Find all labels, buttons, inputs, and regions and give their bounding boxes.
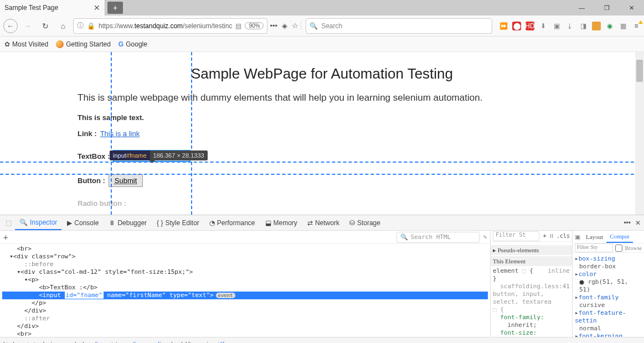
tab-style-editor[interactable]: { }Style Editor: [152, 216, 204, 230]
devtools: ⬚ 🔍Inspector ▶Console ⏸Debugger { }Style…: [0, 215, 644, 343]
this-element-section: This Element: [491, 256, 572, 266]
new-tab-button[interactable]: +: [107, 2, 123, 14]
tab-network[interactable]: ⇄Network: [303, 216, 344, 230]
tab-console[interactable]: ▶Console: [63, 216, 103, 230]
sample-link[interactable]: This is a link: [100, 129, 140, 138]
page-viewport: Sample WebPage for Automation Testing Th…: [0, 52, 644, 215]
bookmark-most-visited[interactable]: ✿Most Visited: [4, 40, 48, 48]
search-icon: 🔍: [310, 22, 318, 30]
google-icon: G: [119, 40, 123, 48]
page-heading: Sample WebPage for Automation Testing: [78, 65, 566, 82]
ext-icon-hd[interactable]: HD: [525, 22, 534, 30]
guide-line: [111, 52, 112, 215]
meatball-icon[interactable]: •••: [624, 219, 631, 227]
tab-debugger[interactable]: ⏸Debugger: [104, 216, 151, 230]
tab-title: Sample Test Page: [4, 4, 58, 12]
add-rule-button[interactable]: +: [543, 232, 547, 240]
cls-button[interactable]: .cls: [557, 233, 570, 239]
guide-line: [0, 174, 634, 175]
search-bar[interactable]: 🔍 Search: [306, 18, 492, 34]
page-content: Sample WebPage for Automation Testing Th…: [0, 65, 644, 207]
page-subtitle: This is sample webpage with dummy elemen…: [78, 92, 566, 103]
selected-node[interactable]: <input id="fname" name="firstName" type=…: [2, 292, 488, 299]
radio-label: Radio button :: [78, 199, 126, 207]
link-row: Link : This is a link: [78, 129, 566, 138]
window-controls: — ❐ ✕: [569, 0, 644, 15]
star-icon[interactable]: ☆: [292, 22, 298, 30]
tab-close-icon[interactable]: ✕: [94, 3, 100, 12]
reader-icon[interactable]: ▤: [235, 22, 241, 30]
tab-memory[interactable]: ⬓Memory: [261, 216, 302, 230]
sidebar-icon[interactable]: ◨: [579, 22, 588, 30]
inspector-tooltip: input#fname 186.367 × 28.1333: [110, 150, 208, 160]
radio-row: Radio button :: [78, 199, 566, 207]
tab-storage[interactable]: ⛁Storage: [345, 216, 385, 230]
reload-button[interactable]: ↻: [38, 18, 53, 34]
close-window-button[interactable]: ✕: [619, 0, 644, 15]
guide-line: [191, 52, 192, 215]
forward-button[interactable]: →: [20, 18, 35, 34]
guide-line: [0, 162, 634, 163]
library-icon[interactable]: ⏩: [499, 22, 508, 30]
vertical-scrollbar[interactable]: [635, 52, 644, 215]
menu-button[interactable]: ≡: [632, 22, 641, 30]
url-text: https://www.testandquiz.com/selenium/tes…: [99, 22, 232, 30]
ext-icon-3[interactable]: ▣: [552, 22, 561, 30]
dom-tree-panel: + 🔍Search HTML ✎ <br> ▾<div class="row">…: [0, 231, 490, 337]
browser-styles-checkbox[interactable]: [615, 245, 622, 252]
tab-inspector[interactable]: 🔍Inspector: [15, 216, 61, 230]
toolbar-icons: ⏩ ⬤ HD ⬇ ▣ ⭳ ◨ ◉ ▦ ≡: [499, 22, 641, 30]
info-icon[interactable]: ⓘ: [77, 21, 84, 30]
computed-filter[interactable]: Filter Sty: [575, 243, 613, 252]
breadcrumb[interactable]: html.gr__testandquiz_com› body› div.cont…: [0, 337, 644, 343]
devtools-close-icon[interactable]: ✕: [635, 219, 641, 227]
gear-icon: ✿: [4, 40, 10, 48]
maximize-button[interactable]: ❐: [594, 0, 619, 15]
url-bar[interactable]: ⓘ 🔒 https://www.testandquiz.com/selenium…: [73, 18, 267, 34]
search-placeholder: Search: [321, 22, 342, 30]
browser-tab[interactable]: Sample Test Page ✕: [0, 0, 105, 15]
rules-panel: Filter St + ⁞⁞ .cls ▸ Pseudo-elements Th…: [490, 231, 572, 337]
bookmark-google[interactable]: GGoogle: [119, 40, 147, 48]
layout-tab[interactable]: Layout: [583, 231, 606, 243]
zoom-badge[interactable]: 90%: [245, 22, 264, 29]
home-button[interactable]: ⌂: [55, 18, 71, 34]
rules-filter[interactable]: Filter St: [493, 231, 539, 241]
ext-icon-5[interactable]: ◉: [605, 22, 614, 30]
lock-icon: 🔒: [87, 22, 95, 30]
computed-panel: ▣ Layout Comput Filter Sty Browse ▸box-s…: [572, 231, 644, 337]
pseudo-section[interactable]: ▸ Pseudo-elements: [491, 245, 572, 255]
button-row: Button : Submit: [78, 174, 566, 187]
titlebar: Sample Test Page ✕ + — ❐ ✕: [0, 0, 644, 15]
submit-button[interactable]: Submit: [109, 174, 143, 187]
devtools-body: + 🔍Search HTML ✎ <br> ▾<div class="row">…: [0, 231, 644, 337]
navbar: ← → ↻ ⌂ ⓘ 🔒 https://www.testandquiz.com/…: [0, 15, 644, 37]
devtools-tabs: ⬚ 🔍Inspector ▶Console ⏸Debugger { }Style…: [0, 215, 644, 231]
tab-performance[interactable]: ◔Performance: [205, 216, 260, 230]
bookmarks-bar: ✿Most Visited Getting Started GGoogle: [0, 37, 644, 52]
edit-icon[interactable]: ✎: [483, 233, 487, 241]
add-node-button[interactable]: +: [3, 233, 8, 242]
dom-search[interactable]: 🔍Search HTML: [396, 232, 480, 243]
sample-text: This is sample text.: [78, 113, 566, 122]
computed-tab[interactable]: Comput: [606, 231, 632, 243]
minimize-button[interactable]: —: [569, 0, 594, 15]
select-element-icon[interactable]: ⬚: [3, 219, 14, 227]
dom-tree[interactable]: <br> ▾<div class="row"> ::before ▾<div c…: [0, 244, 490, 337]
ext-icon-1[interactable]: ⬤: [512, 22, 521, 30]
download-icon[interactable]: ⭳: [565, 22, 574, 30]
url-actions: ••• ◈ ☆: [270, 22, 301, 30]
bookmark-getting-started[interactable]: Getting Started: [56, 40, 111, 48]
hov-button[interactable]: ⁞⁞: [550, 233, 553, 239]
ext-icon-4[interactable]: [592, 22, 601, 30]
ext-icon-2[interactable]: ⬇: [539, 22, 548, 30]
back-button[interactable]: ←: [3, 19, 18, 33]
ext-icon-6[interactable]: ▦: [619, 22, 627, 30]
meatball-icon[interactable]: •••: [270, 22, 277, 30]
firefox-icon: [56, 40, 64, 48]
box-model-icon[interactable]: ▣: [573, 233, 583, 241]
textbox-label: TextBox :: [78, 152, 110, 160]
shield-icon[interactable]: ◈: [282, 22, 287, 30]
button-label: Button :: [78, 176, 105, 185]
link-label: Link :: [78, 129, 97, 138]
